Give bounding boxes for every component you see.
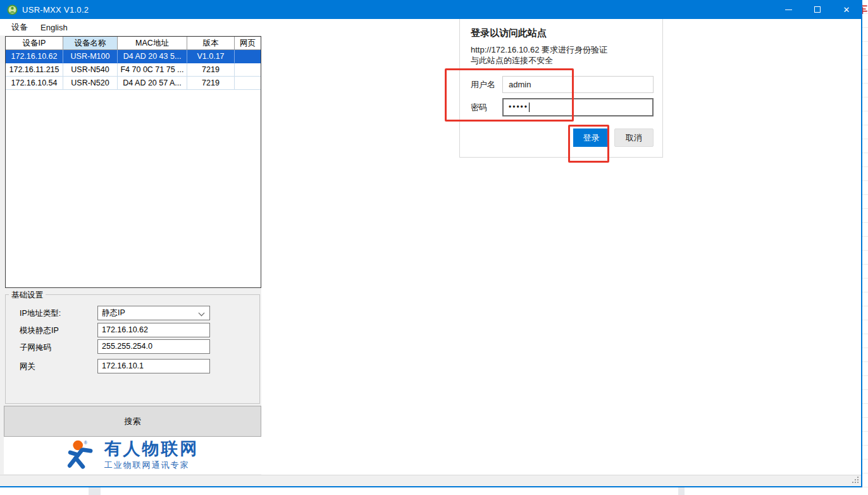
close-icon: ✕ — [843, 6, 850, 14]
dialog-title: 登录以访问此站点 — [471, 27, 547, 39]
cell-device-name: USR-N540 — [63, 63, 118, 77]
usr-mxx-window: USR-MXX V1.0.2 ✕ 设备 English 设备IP 设备名称 MA… — [0, 0, 862, 487]
device-table-header: 设备IP 设备名称 MAC地址 版本 网页 — [6, 37, 261, 50]
column-header-name[interactable]: 设备名称 — [63, 37, 118, 50]
column-header-web[interactable]: 网页 — [235, 37, 261, 50]
cell-device-web — [235, 50, 261, 63]
ip-type-value: 静态IP — [102, 308, 125, 317]
column-header-version[interactable]: 版本 — [187, 37, 235, 50]
svg-text:®: ® — [84, 440, 87, 444]
static-ip-input[interactable]: 172.16.10.62 — [97, 323, 210, 337]
cell-device-version: 7219 — [187, 63, 235, 77]
logo-slogan: 工业物联网通讯专家 — [104, 460, 199, 471]
annotation-box-credentials — [445, 68, 574, 122]
menu-item-device[interactable]: 设备 — [5, 19, 34, 35]
logo-area: ® 有人物联网 工业物联网通讯专家 — [4, 437, 261, 474]
cell-device-ip: 172.16.10.62 — [6, 50, 63, 63]
logo-brand: 有人物联网 — [104, 440, 199, 458]
cancel-button[interactable]: 取消 — [614, 128, 654, 147]
table-row[interactable]: 172.16.10.54 USR-N520 D4 AD 20 57 A... 7… — [6, 77, 261, 90]
cell-device-version: V1.0.17 — [187, 50, 235, 63]
window-title: USR-MXX V1.0.2 — [22, 5, 89, 15]
minimize-icon — [785, 9, 792, 10]
status-bar — [0, 475, 861, 486]
runner-logo-icon: ® — [66, 439, 99, 472]
maximize-icon — [814, 6, 821, 13]
background-fragment — [89, 487, 101, 495]
column-header-mac[interactable]: MAC地址 — [118, 37, 187, 50]
group-legend: 基础设置 — [9, 290, 46, 301]
usr-iot-logo: ® 有人物联网 工业物联网通讯专家 — [66, 439, 199, 472]
logo-text: 有人物联网 工业物联网通讯专家 — [104, 440, 199, 470]
close-button[interactable]: ✕ — [832, 0, 861, 19]
ip-type-label: IP地址类型: — [20, 308, 61, 319]
ip-type-select[interactable]: 静态IP — [97, 306, 210, 320]
background-red-text-fragment: 车 — [862, 3, 867, 16]
static-ip-label: 模块静态IP — [20, 325, 59, 336]
gateway-label: 网关 — [20, 361, 35, 372]
menu-item-english[interactable]: English — [34, 20, 74, 35]
minimize-button[interactable] — [774, 0, 803, 19]
cell-device-mac: D4 AD 20 57 A... — [118, 77, 187, 90]
table-row[interactable]: 172.16.10.62 USR-M100 D4 AD 20 43 5... V… — [6, 50, 261, 63]
cell-device-web — [235, 77, 261, 90]
desktop: 车 USR-MXX V1.0.2 ✕ 设备 English — [0, 0, 868, 495]
menubar: 设备 English — [0, 19, 861, 35]
cell-device-web — [235, 63, 261, 77]
window-controls: ✕ — [774, 0, 861, 19]
chevron-down-icon — [199, 310, 205, 316]
cell-device-ip: 172.16.10.54 — [6, 77, 63, 90]
subnet-mask-label: 子网掩码 — [20, 342, 51, 353]
cell-device-name: USR-N520 — [63, 77, 118, 90]
annotation-box-login-button — [568, 125, 609, 163]
cell-device-version: 7219 — [187, 77, 235, 90]
column-header-ip[interactable]: 设备IP — [6, 37, 63, 50]
search-button[interactable]: 搜索 — [4, 406, 261, 437]
resize-grip-icon[interactable] — [851, 477, 859, 484]
titlebar[interactable]: USR-MXX V1.0.2 ✕ — [0, 0, 861, 19]
maximize-button[interactable] — [803, 0, 832, 19]
cell-device-mac: F4 70 0C 71 75 ... — [118, 63, 187, 77]
gateway-input[interactable]: 172.16.10.1 — [97, 359, 210, 373]
basic-settings-group: 基础设置 IP地址类型: 静态IP 模块静态IP 172.16.10.62 子网… — [5, 294, 260, 404]
dialog-insecure-line: 与此站点的连接不安全 — [471, 55, 553, 66]
table-row[interactable]: 172.16.11.215 USR-N540 F4 70 0C 71 75 ..… — [6, 63, 261, 77]
device-table: 设备IP 设备名称 MAC地址 版本 网页 172.16.10.62 USR-M… — [5, 36, 261, 288]
background-window-sliver: 车 — [862, 0, 868, 495]
subnet-mask-input[interactable]: 255.255.254.0 — [97, 339, 210, 354]
cell-device-mac: D4 AD 20 43 5... — [118, 50, 187, 63]
device-panel: 设备IP 设备名称 MAC地址 版本 网页 172.16.10.62 USR-M… — [0, 35, 261, 475]
background-fragment — [678, 487, 685, 495]
cell-device-ip: 172.16.11.215 — [6, 63, 63, 77]
cell-device-name: USR-M100 — [63, 50, 118, 63]
app-icon — [7, 4, 18, 15]
dialog-auth-line: http://172.16.10.62 要求进行身份验证 — [471, 44, 607, 56]
